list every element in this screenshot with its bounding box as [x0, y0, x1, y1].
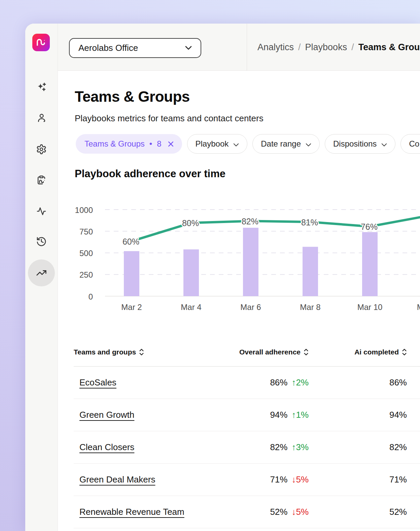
adherence-cell: 94%↑1% — [221, 410, 309, 420]
sparkles-icon[interactable] — [35, 82, 47, 94]
volume-bar[interactable] — [362, 232, 378, 296]
line-point-label: 81% — [301, 218, 318, 227]
user-icon[interactable] — [35, 112, 47, 124]
adherence-delta: ↑3% — [291, 442, 309, 452]
x-axis-tick: Mar 10 — [357, 303, 383, 312]
filter-bar: Teams & Groups • 8 Playbook Date range D… — [76, 134, 420, 154]
adherence-cell: 71%↓5% — [221, 474, 309, 485]
playbook-clipboard-icon[interactable] — [35, 174, 47, 186]
y-axis-tick: 0 — [89, 292, 93, 301]
col-header-teams[interactable]: Teams and groups — [74, 348, 221, 356]
line-point-label: 82% — [242, 217, 258, 226]
activity-icon[interactable] — [35, 205, 47, 217]
ai-completed-cell: 94% — [309, 410, 407, 420]
team-link[interactable]: Clean Closers — [79, 442, 134, 452]
breadcrumb-current: Teams & Groups — [358, 42, 420, 53]
col-header-adherence[interactable]: Overall adherence — [221, 348, 309, 356]
table-body: EcoSales86%↑2%86%Green Growth94%↑1%94%Cl… — [74, 367, 420, 528]
team-link[interactable]: Green Growth — [79, 410, 134, 420]
col-header-ai-completed[interactable]: Ai completed — [309, 348, 407, 356]
y-axis-tick: 250 — [79, 270, 93, 279]
top-header: Aerolabs Office Analytics / Playbooks / … — [58, 24, 420, 71]
filter-count: 8 — [157, 139, 161, 149]
workspace-name: Aerolabs Office — [78, 43, 138, 53]
history-icon[interactable] — [35, 236, 47, 248]
ai-completed-cell: 52% — [309, 507, 407, 517]
app-window: Aerolabs Office Analytics / Playbooks / … — [25, 24, 420, 531]
x-axis-tick: Mar 4 — [181, 303, 201, 312]
adherence-value: 71% — [270, 474, 287, 485]
volume-bar[interactable] — [124, 251, 139, 296]
x-axis-tick: Mar 6 — [240, 303, 261, 312]
adherence-delta: ↓5% — [291, 474, 309, 485]
adherence-delta: ↑2% — [291, 377, 309, 388]
breadcrumb: Analytics / Playbooks / Teams & Groups — [257, 24, 420, 71]
adherence-cell: 52%↓5% — [221, 507, 309, 517]
adherence-cell: 86%↑2% — [221, 377, 309, 388]
playbook-filter[interactable]: Playbook — [187, 134, 248, 154]
y-axis-tick: 500 — [79, 249, 93, 258]
ai-completed-cell: 86% — [309, 377, 407, 388]
adherence-delta: ↓5% — [291, 507, 309, 517]
x-axis-tick: Mar 12 — [417, 303, 420, 312]
header-divider — [247, 24, 247, 71]
line-point-label: 60% — [123, 237, 139, 246]
volume-bar[interactable] — [183, 249, 199, 296]
team-link[interactable]: EcoSales — [79, 377, 116, 388]
sort-icon[interactable] — [139, 348, 144, 356]
adherence-value: 86% — [270, 377, 287, 388]
volume-bar[interactable] — [243, 228, 258, 296]
breadcrumb-playbooks[interactable]: Playbooks — [305, 42, 347, 53]
table-row: Clean Closers82%↑3%82% — [74, 431, 420, 464]
table-row: EcoSales86%↑2%86% — [74, 367, 420, 399]
adherence-value: 82% — [270, 442, 287, 452]
chevron-down-icon — [306, 139, 311, 149]
x-axis-tick: Mar 8 — [300, 303, 320, 312]
sort-icon[interactable] — [304, 348, 309, 356]
adherence-delta: ↑1% — [291, 410, 309, 420]
table-row: Green Deal Makers71%↓5%71% — [74, 464, 420, 496]
table-row: Renewable Revenue Team52%↓5%52% — [74, 496, 420, 528]
workspace-selector[interactable]: Aerolabs Office — [69, 38, 201, 58]
active-filter-chip[interactable]: Teams & Groups • 8 — [76, 134, 182, 154]
teams-table: Teams and groups Overall adherence Ai co… — [74, 338, 420, 528]
settings-gear-icon[interactable] — [35, 143, 47, 155]
main-content: Teams & Groups Playbooks metrics for tea… — [58, 71, 420, 531]
y-axis-tick: 1000 — [75, 206, 93, 215]
line-point-label: 80% — [182, 218, 199, 228]
team-link[interactable]: Renewable Revenue Team — [79, 507, 184, 517]
table-header: Teams and groups Overall adherence Ai co… — [74, 338, 420, 367]
volume-bar[interactable] — [303, 247, 318, 296]
clipped-filter[interactable]: Co — [400, 134, 420, 154]
adherence-cell: 82%↑3% — [221, 442, 309, 452]
ai-completed-cell: 82% — [309, 442, 407, 452]
breadcrumb-analytics[interactable]: Analytics — [257, 42, 294, 53]
adherence-value: 52% — [270, 507, 287, 517]
sidebar — [25, 24, 58, 531]
table-row: Green Growth94%↑1%94% — [74, 399, 420, 431]
app-logo-icon[interactable] — [32, 34, 50, 51]
trending-up-icon[interactable] — [35, 267, 47, 279]
chevron-down-icon — [381, 139, 387, 149]
date-range-filter[interactable]: Date range — [252, 134, 320, 154]
sort-icon[interactable] — [402, 348, 407, 356]
x-axis-tick: Mar 2 — [121, 303, 142, 312]
chevron-down-icon — [185, 45, 192, 51]
close-icon[interactable] — [168, 141, 174, 147]
chart-title: Playbook adherence over time — [75, 168, 225, 180]
line-point-label: 76% — [361, 222, 378, 231]
page-title: Teams & Groups — [75, 88, 190, 105]
ai-completed-cell: 71% — [309, 474, 407, 485]
page-subtitle: Playbooks metrics for teams and contact … — [75, 113, 264, 124]
adherence-value: 94% — [270, 410, 287, 420]
adherence-chart: 0250500750100060%80%82%81%76%Mar 2Mar 4M… — [58, 199, 420, 317]
chevron-down-icon — [233, 139, 239, 149]
dispositions-filter[interactable]: Dispositions — [325, 134, 395, 154]
team-link[interactable]: Green Deal Makers — [79, 474, 155, 485]
y-axis-tick: 750 — [79, 227, 93, 236]
